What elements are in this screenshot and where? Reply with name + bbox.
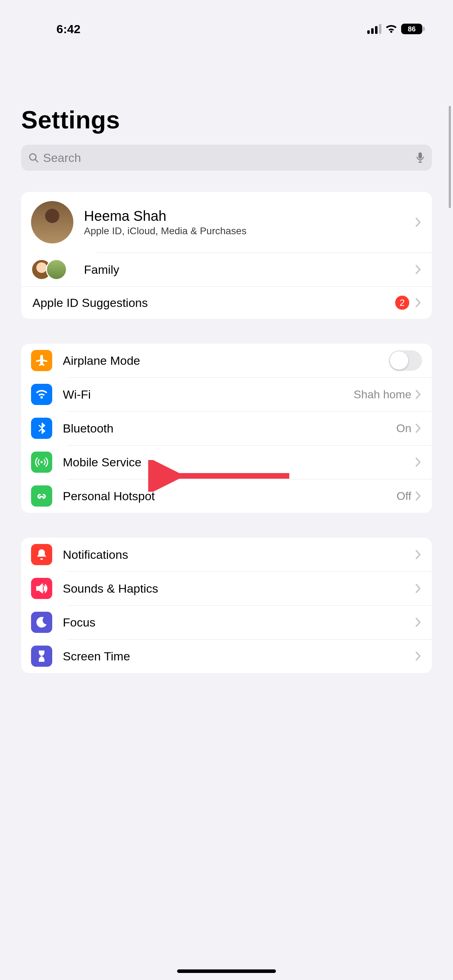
airplane-toggle[interactable]: [389, 350, 422, 371]
svg-point-5: [41, 461, 43, 463]
mobile-service-row[interactable]: Mobile Service: [21, 445, 432, 479]
wifi-label: Wi-Fi: [63, 388, 353, 401]
family-avatars: [31, 259, 73, 280]
notifications-row[interactable]: Notifications: [21, 538, 432, 571]
search-field[interactable]: [21, 145, 432, 171]
microphone-icon[interactable]: [416, 152, 425, 164]
chevron-right-icon: [415, 298, 422, 308]
notifications-icon: [31, 544, 52, 565]
search-input[interactable]: [43, 151, 412, 165]
hotspot-label: Personal Hotspot: [63, 489, 397, 503]
chevron-right-icon: [415, 389, 422, 400]
suggestions-badge: 2: [395, 296, 409, 310]
screen-time-label: Screen Time: [63, 649, 415, 663]
profile-name: Heema Shah: [84, 208, 415, 224]
chevron-right-icon: [415, 217, 422, 228]
notifications-label: Notifications: [63, 548, 415, 562]
search-wrap: [21, 145, 432, 171]
wifi-setting-icon: [31, 384, 52, 405]
family-label: Family: [84, 263, 415, 277]
svg-rect-2: [418, 153, 422, 159]
bluetooth-icon: [31, 418, 52, 439]
status-time: 6:42: [56, 22, 80, 36]
chevron-right-icon: [415, 491, 422, 501]
focus-row[interactable]: Focus: [21, 605, 432, 639]
preferences-group: Notifications Sounds & Haptics Focus Scr…: [21, 538, 432, 673]
sounds-label: Sounds & Haptics: [63, 582, 415, 595]
home-indicator: [177, 969, 276, 973]
screen-time-icon: [31, 646, 52, 667]
airplane-icon: [31, 350, 52, 371]
hotspot-icon: [31, 485, 52, 507]
search-icon: [28, 153, 39, 163]
wifi-detail: Shah home: [353, 388, 412, 401]
wifi-icon: [385, 24, 397, 34]
bluetooth-label: Bluetooth: [63, 422, 396, 435]
bluetooth-detail: On: [396, 422, 412, 435]
apple-id-row[interactable]: Heema Shah Apple ID, iCloud, Media & Pur…: [21, 192, 432, 253]
sounds-icon: [31, 578, 52, 599]
mobile-label: Mobile Service: [63, 455, 415, 469]
chevron-right-icon: [415, 457, 422, 468]
battery-icon: 86: [401, 24, 425, 34]
airplane-mode-row[interactable]: Airplane Mode: [21, 344, 432, 377]
svg-line-1: [35, 159, 38, 162]
family-row[interactable]: Family: [21, 253, 432, 286]
cellular-icon: [31, 452, 52, 473]
chevron-right-icon: [415, 651, 422, 662]
chevron-right-icon: [415, 617, 422, 628]
profile-subtitle: Apple ID, iCloud, Media & Purchases: [84, 226, 415, 237]
airplane-label: Airplane Mode: [63, 354, 389, 368]
chevron-right-icon: [415, 549, 422, 560]
chevron-right-icon: [415, 423, 422, 434]
focus-icon: [31, 612, 52, 633]
suggestions-label: Apple ID Suggestions: [32, 296, 395, 310]
focus-label: Focus: [63, 616, 415, 629]
wifi-row[interactable]: Wi-Fi Shah home: [21, 377, 432, 411]
screen-time-row[interactable]: Screen Time: [21, 639, 432, 673]
profile-group: Heema Shah Apple ID, iCloud, Media & Pur…: [21, 192, 432, 319]
profile-avatar: [31, 201, 73, 243]
apple-id-suggestions-row[interactable]: Apple ID Suggestions 2: [21, 286, 432, 319]
personal-hotspot-row[interactable]: Personal Hotspot Off: [21, 479, 432, 513]
sounds-row[interactable]: Sounds & Haptics: [21, 571, 432, 605]
status-bar: 6:42 86: [0, 0, 453, 42]
connectivity-group: Airplane Mode Wi-Fi Shah home Bluetooth …: [21, 344, 432, 513]
bluetooth-row[interactable]: Bluetooth On: [21, 411, 432, 445]
battery-level: 86: [401, 24, 422, 34]
chevron-right-icon: [415, 264, 422, 275]
cellular-signal-icon: [367, 24, 381, 34]
hotspot-detail: Off: [397, 490, 412, 503]
status-right: 86: [367, 24, 425, 34]
chevron-right-icon: [415, 583, 422, 594]
scroll-indicator: [449, 106, 451, 208]
page-title: Settings: [0, 42, 453, 145]
